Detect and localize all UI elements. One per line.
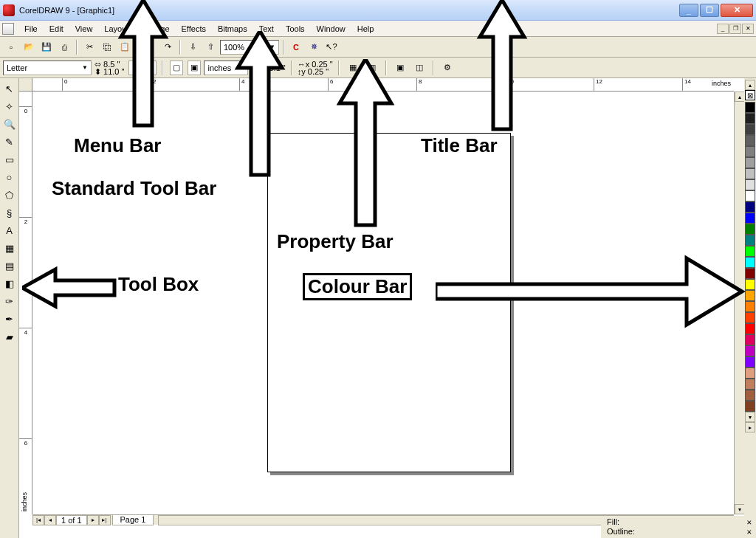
menu-edit[interactable]: Edit (44, 23, 69, 35)
vertical-scrollbar[interactable]: ▴ ▾ (734, 92, 744, 514)
horizontal-ruler[interactable]: inches 02468101214 (32, 78, 734, 92)
paste-icon[interactable]: 📋 (117, 39, 133, 55)
menu-text[interactable]: Text (253, 23, 280, 35)
interactive-fill-tool[interactable]: ▦ (1, 240, 18, 256)
print-icon[interactable]: ⎙ (56, 39, 72, 55)
color-swatch[interactable] (745, 124, 755, 135)
menu-view[interactable]: View (69, 23, 99, 35)
duplicate-distance[interactable]: ↔x 0.25 " ↕y 0.25 " (298, 61, 333, 75)
color-swatch[interactable] (745, 268, 755, 279)
maximize-button[interactable]: ☐ (700, 4, 719, 17)
color-swatch[interactable] (745, 368, 755, 379)
next-page-button[interactable]: ▸ (87, 515, 99, 525)
last-page-button[interactable]: ▸| (99, 515, 111, 525)
color-swatch[interactable] (745, 246, 755, 257)
export-icon[interactable]: ⇧ (202, 39, 219, 55)
first-page-button[interactable]: |◂ (32, 515, 44, 525)
color-swatch[interactable] (745, 179, 755, 190)
color-swatch[interactable] (745, 257, 755, 268)
color-swatch[interactable] (745, 379, 755, 390)
open-icon[interactable]: 📂 (21, 39, 37, 55)
polygon-tool[interactable]: ⬠ (1, 187, 18, 203)
import-icon[interactable]: ⇩ (185, 39, 201, 55)
palette-scroll-up[interactable]: ▴ (745, 80, 755, 90)
color-swatch[interactable] (745, 224, 755, 235)
menu-help[interactable]: Help (351, 23, 380, 35)
shape-tool[interactable]: ✧ (1, 98, 18, 114)
menu-window[interactable]: Window (311, 23, 351, 35)
color-swatch[interactable] (745, 401, 755, 412)
nudge-offset[interactable]: ⊕ 0.1 " (260, 64, 285, 72)
interactive-transparency-tool[interactable]: ▤ (1, 258, 18, 274)
scroll-down-button[interactable]: ▾ (735, 504, 744, 514)
current-page-button[interactable]: ▣ (188, 61, 201, 75)
page-dimensions[interactable]: ⬄ 8.5 " ⬍ 11.0 " (94, 61, 124, 75)
menu-arrange[interactable]: Arrange (134, 23, 175, 35)
color-swatch[interactable] (745, 235, 755, 246)
color-swatch[interactable] (745, 323, 755, 334)
context-help-icon[interactable]: ↖? (323, 39, 340, 55)
color-swatch[interactable] (745, 301, 755, 312)
zoom-level-combo[interactable]: 100% ▼ (220, 40, 279, 55)
ellipse-tool[interactable]: ○ (1, 169, 18, 185)
color-swatch[interactable] (745, 290, 755, 301)
color-swatch[interactable] (745, 135, 755, 146)
pick-tool[interactable]: ↖ (1, 80, 18, 97)
no-color-swatch[interactable]: ⊠ (745, 90, 755, 100)
prev-page-button[interactable]: ◂ (44, 515, 56, 525)
mdi-minimize-button[interactable]: _ (717, 24, 729, 34)
save-icon[interactable]: 💾 (38, 39, 55, 55)
rectangle-tool[interactable]: ▭ (1, 151, 18, 168)
mdi-close-button[interactable]: ✕ (742, 24, 754, 34)
scroll-up-button[interactable]: ▴ (735, 92, 744, 102)
palette-flyout[interactable]: ▸ (745, 422, 755, 432)
zoom-tool[interactable]: 🔍 (1, 116, 18, 132)
fill-tool[interactable]: ▰ (1, 328, 18, 345)
snap-to-grid-icon[interactable]: ▦ (345, 60, 361, 76)
ruler-origin[interactable] (19, 78, 32, 92)
whats-this-icon[interactable]: ✵ (306, 39, 322, 55)
system-menu-icon[interactable] (2, 23, 14, 35)
paper-size-combo[interactable]: Letter ▼ (3, 61, 92, 75)
spiral-tool[interactable]: § (1, 204, 18, 221)
color-swatch[interactable] (745, 345, 755, 356)
palette-scroll-down[interactable]: ▾ (745, 412, 755, 422)
menu-effects[interactable]: Effects (176, 23, 212, 35)
menu-bitmaps[interactable]: Bitmaps (212, 23, 253, 35)
outline-tool[interactable]: ✒ (1, 311, 18, 327)
color-swatch[interactable] (745, 102, 755, 113)
minimize-button[interactable]: _ (679, 4, 698, 17)
menu-layout[interactable]: Layout (98, 23, 134, 35)
corel-online-icon[interactable]: C (288, 39, 304, 55)
redo-icon[interactable]: ↷ (159, 39, 176, 55)
units-combo[interactable]: inches ▾ (204, 61, 248, 75)
drawing-area[interactable]: inches 02468101214 inches 0246 ▴ ▾ |◂ ◂ … (19, 78, 744, 538)
close-button[interactable]: ✕ (721, 4, 753, 17)
color-swatch[interactable] (745, 279, 755, 290)
color-swatch[interactable] (745, 146, 755, 157)
mdi-restore-button[interactable]: ❐ (729, 24, 741, 34)
color-swatch[interactable] (745, 334, 755, 345)
menu-file[interactable]: File (18, 23, 44, 35)
draw-complex-icon[interactable]: ◫ (411, 60, 427, 76)
color-swatch[interactable] (745, 113, 755, 124)
color-swatch[interactable] (745, 157, 755, 168)
text-tool[interactable]: A (1, 222, 18, 238)
vertical-ruler[interactable]: inches 0246 (19, 92, 32, 514)
treat-as-filled-icon[interactable]: ▣ (392, 60, 408, 76)
snap-to-guidelines-icon[interactable]: ▥ (364, 60, 380, 76)
color-swatch[interactable] (745, 390, 755, 401)
undo-icon[interactable]: ↶ (142, 39, 158, 55)
color-swatch[interactable] (745, 356, 755, 368)
menu-tools[interactable]: Tools (280, 23, 311, 35)
color-swatch[interactable] (745, 190, 755, 201)
portrait-button[interactable]: ▯ (128, 61, 142, 75)
new-icon[interactable]: ▫ (3, 39, 19, 55)
color-swatch[interactable] (745, 312, 755, 323)
color-swatch[interactable] (745, 168, 755, 179)
freehand-tool[interactable]: ✎ (1, 134, 18, 150)
cut-icon[interactable]: ✂ (81, 39, 97, 55)
page-tab[interactable]: Page 1 (112, 515, 154, 525)
color-swatch[interactable] (745, 213, 755, 224)
options-icon[interactable]: ⚙ (439, 60, 456, 76)
